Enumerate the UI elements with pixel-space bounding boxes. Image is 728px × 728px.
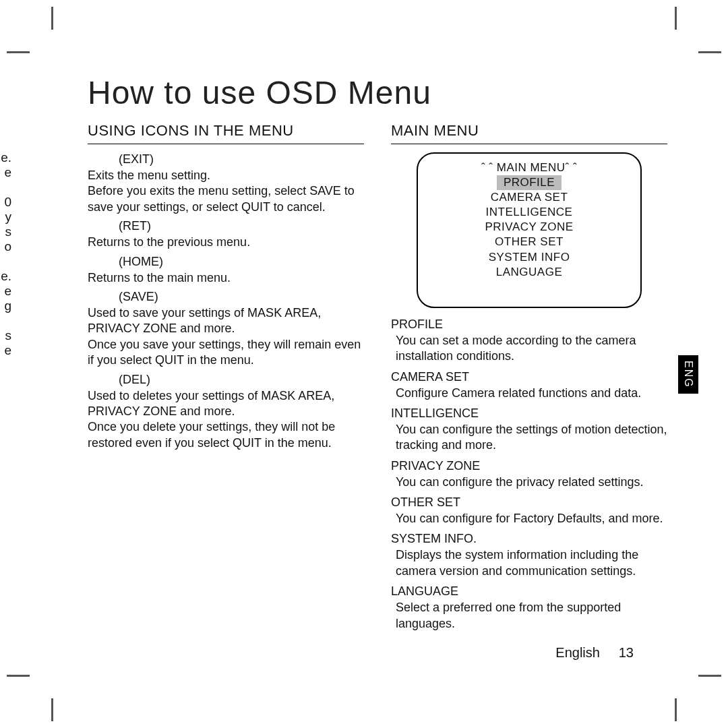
section-heading-main: MAIN MENU: [391, 122, 667, 140]
icon-del-label: (DEL): [119, 373, 364, 387]
footer: English 13: [555, 645, 634, 661]
footer-language: English: [555, 645, 600, 660]
desc-privacy-zone: You can conﬁgure the privacy related set…: [396, 475, 667, 490]
desc-intelligence: You can conﬁgure the settings of motion …: [396, 422, 667, 454]
icon-del-desc: Used to deletes your settings of MASK AR…: [88, 388, 364, 452]
menu-item-other-set: OTHER SET: [425, 235, 634, 249]
menu-item-language: LANGUAGE: [425, 265, 634, 280]
desc-other-set: You can conﬁgure for Factory Defaults, a…: [396, 511, 667, 526]
icon-home-desc: Returns to the main menu.: [88, 270, 364, 286]
icon-save-label: (SAVE): [119, 290, 364, 304]
menu-item-intelligence: INTELLIGENCE: [425, 205, 634, 220]
icon-save-desc: Used to save your settings of MASK AREA,…: [88, 305, 364, 369]
menu-item-system-info: SYSTEM INFO: [425, 250, 634, 265]
icon-exit-desc: Exits the menu setting. Before you exits…: [88, 168, 364, 215]
desc-profile-label: PROFILE: [391, 317, 667, 332]
right-column: MAIN MENU ˆ ˆ MAIN MENUˆ ˆ PROFILE CAMER…: [391, 122, 667, 636]
language-tab: ENG: [678, 355, 698, 394]
osd-menu-box: ˆ ˆ MAIN MENUˆ ˆ PROFILE CAMERA SET INTE…: [417, 152, 642, 308]
menu-title: ˆ ˆ MAIN MENUˆ ˆ: [425, 160, 634, 175]
desc-camera-set-label: CAMERA SET: [391, 370, 667, 384]
icon-ret-desc: Returns to the previous menu.: [88, 235, 364, 250]
icon-ret-label: (RET): [119, 219, 364, 233]
menu-item-profile: PROFILE: [497, 175, 562, 190]
icon-home-label: (HOME): [119, 255, 364, 269]
desc-system-info: Displays the system information includin…: [396, 547, 667, 579]
menu-item-camera-set: CAMERA SET: [425, 190, 634, 205]
desc-system-info-label: SYSTEM INFO.: [391, 532, 667, 546]
desc-other-set-label: OTHER SET: [391, 495, 667, 510]
rule: [88, 144, 364, 144]
desc-intelligence-label: INTELLIGENCE: [391, 406, 667, 421]
footer-page-number: 13: [619, 645, 634, 660]
menu-item-privacy-zone: PRIVACY ZONE: [425, 220, 634, 235]
desc-camera-set: Conﬁgure Camera related functions and da…: [396, 386, 667, 401]
page-title: How to use OSD Menu: [88, 74, 667, 111]
desc-profile: You can set a mode according to the came…: [396, 333, 667, 365]
rule: [391, 144, 667, 144]
left-column: USING ICONS IN THE MENU (EXIT) Exits the…: [88, 122, 364, 636]
desc-language: Select a preferred one from the supporte…: [396, 600, 667, 632]
section-heading-icons: USING ICONS IN THE MENU: [88, 122, 364, 140]
desc-privacy-zone-label: PRIVACY ZONE: [391, 459, 667, 473]
icon-exit-label: (EXIT): [119, 152, 364, 166]
desc-language-label: LANGUAGE: [391, 584, 667, 599]
